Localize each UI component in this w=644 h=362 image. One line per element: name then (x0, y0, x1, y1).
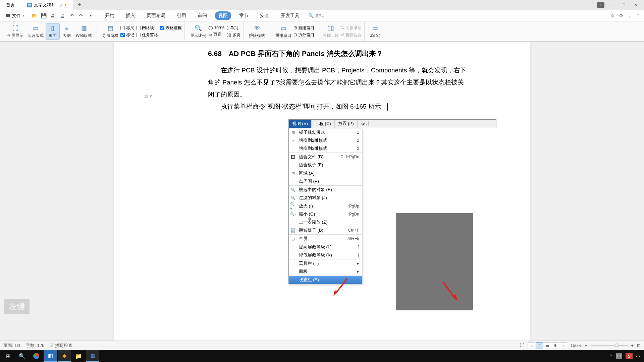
pct100-button[interactable]: ◯ 100% (208, 25, 224, 30)
fit-page-icon[interactable]: ⊡ (637, 343, 641, 348)
emb-item-icon (290, 252, 296, 258)
read-layout-button[interactable]: ▭阅读版式 (25, 23, 46, 39)
more-icon[interactable]: ⋮ (627, 13, 632, 19)
tab-home-label: 首页 (6, 2, 15, 8)
page-width-button[interactable]: ▭ 页宽 (208, 32, 224, 37)
gridlines-checkbox[interactable]: 网格线 (136, 25, 158, 31)
maximize-button[interactable]: ☐ (619, 2, 629, 8)
split-window-button[interactable]: ⊟ 拆分窗口 (293, 32, 314, 38)
emb-item-icon: 🔄 (290, 228, 296, 233)
document-area[interactable]: ▤ ▾ 6.68 AD PCB 界面右下角的 Panels 消失怎么调出来？ 在… (0, 42, 644, 341)
navpane-icon: ▤ (106, 24, 114, 32)
view-read-icon[interactable]: ▭ (528, 342, 535, 349)
search-button[interactable]: 🔍 (15, 350, 29, 362)
rearrange-button[interactable]: ▭重排窗口 (273, 23, 293, 39)
fullscreen-icon[interactable]: ⛶ (520, 343, 524, 348)
view-outline-icon[interactable]: ☰ (544, 342, 551, 349)
settings-icon[interactable]: ⚙ (619, 13, 623, 19)
ime-lang[interactable]: 中 (616, 353, 622, 359)
js-macro-button[interactable]: ▭JS 宏 (368, 23, 382, 39)
menu-tab-start[interactable]: 开始 (102, 11, 118, 20)
full-screen-button[interactable]: ⛶全屏显示 (5, 23, 25, 39)
explorer-icon[interactable]: 📁 (72, 350, 85, 362)
print-icon[interactable]: 🖶 (50, 13, 56, 19)
search-box[interactable]: 🔍 查找 (308, 13, 324, 19)
menu-tab-insert[interactable]: 插入 (122, 11, 139, 20)
notifications-icon[interactable]: ▭ (636, 354, 640, 359)
circle-icon: ◯ (208, 25, 213, 30)
taskbar: ⊞ 🔍 ◧ ◆ 📁 ▦ ⌃ 中 S ▭ (0, 350, 644, 362)
document-content[interactable]: 6.68 AD PCB 界面右下角的 Panels 消失怎么调出来？ 在进行 P… (208, 42, 470, 284)
page-info[interactable]: 页面: 1/1 (3, 343, 20, 349)
emb-menu-view: 视图 (V) (289, 120, 312, 128)
sbs-icon: ▯▯ (327, 24, 335, 32)
notification-badge[interactable]: 1 (597, 2, 604, 8)
open-icon[interactable]: 📂 (31, 13, 37, 19)
menu-tab-review[interactable]: 审阅 (194, 11, 210, 20)
ruler-checkbox[interactable]: 标尺 (120, 25, 134, 31)
zoom-value[interactable]: 150% (571, 343, 582, 348)
tray-chevron-icon[interactable]: ⌃ (609, 354, 613, 359)
emb-item-label: 面板 (299, 268, 354, 275)
spellcheck[interactable]: ☑ 拼写检查 (50, 343, 72, 349)
file-menu[interactable]: 文件 ▾ (3, 11, 27, 20)
emb-item-icon: 🔍- (290, 212, 296, 217)
menu-tab-security[interactable]: 安全 (257, 11, 273, 20)
zoom-button[interactable]: 🔍显示比例 (188, 23, 208, 39)
chrome-icon[interactable] (30, 350, 43, 362)
emb-item-shortcut: PgDn (349, 212, 359, 217)
zoom-slider[interactable] (591, 345, 628, 346)
eye-mode-button[interactable]: 👁护眼模式 (247, 23, 267, 39)
emb-menu-item: 面板▶ (289, 267, 362, 276)
paragraph-marker-icon[interactable]: ▤ ▾ (144, 94, 152, 99)
view-eye-icon[interactable]: ☼ (560, 342, 567, 349)
doc-icon: W (27, 3, 32, 7)
single-page-button[interactable]: ▯ 单页 (226, 25, 240, 31)
print-preview-icon[interactable]: 🖨 (59, 13, 65, 19)
start-button[interactable]: ⊞ (1, 350, 15, 362)
quick-access: 📂 💾 🖶 🖨 ↶ ↷ ▾ (31, 13, 94, 19)
menu-tab-view[interactable]: 视图 (215, 11, 231, 20)
emb-item-icon: 🔲 (290, 154, 296, 160)
taskpane-checkbox[interactable]: 任务窗格 (136, 32, 158, 38)
collapse-ribbon-icon[interactable]: ⌃ (636, 13, 641, 19)
close-button[interactable]: ✕ (631, 2, 641, 8)
emb-menu-item: 上一次缩放 (Z) (289, 218, 362, 226)
tab-split-icon[interactable]: ▢ (58, 3, 62, 7)
ime-sogou-icon[interactable]: S (626, 353, 633, 359)
emb-item-shortcut: PgUp (349, 204, 359, 208)
feedback-icon[interactable]: ☺ (610, 13, 615, 19)
tab-document[interactable]: W 文字文稿1 ▢ ● (21, 0, 73, 10)
emb-item-label: 区域 (A) (299, 170, 357, 176)
emb-menu-item: 状态栏 (S) (289, 276, 362, 284)
minimize-button[interactable]: — (606, 2, 616, 8)
view-web-icon[interactable]: ⊕ (552, 342, 559, 349)
undo-icon[interactable]: ↶ (69, 13, 75, 19)
zoom-out-button[interactable]: − (585, 343, 588, 348)
new-window-button[interactable]: ⊞ 新建窗口 (293, 25, 314, 31)
table-dash-checkbox[interactable]: 表格虚框 (160, 25, 182, 31)
web-view-button[interactable]: ▥Web版式 (74, 23, 94, 39)
emb-item-icon (290, 244, 296, 250)
menu-tab-layout[interactable]: 页面布局 (143, 11, 169, 20)
menu-tab-devtools[interactable]: 开发工具 (277, 11, 303, 20)
tab-home[interactable]: 首页 (0, 0, 21, 10)
emb-item-label: 翻转板子 (B) (299, 227, 345, 233)
multi-page-button[interactable]: ▯▯ 多页 (226, 32, 240, 38)
zoom-in-button[interactable]: + (631, 343, 634, 348)
tab-add-button[interactable]: + (73, 1, 86, 8)
chevron-down-icon[interactable]: ▾ (88, 13, 94, 19)
nav-pane-button[interactable]: ▤导航窗格 (100, 23, 120, 39)
markup-checkbox[interactable]: 标记 (120, 32, 134, 38)
view-page-icon[interactable]: ▯ (536, 342, 543, 349)
app-2-icon[interactable]: ◆ (58, 350, 71, 362)
save-icon[interactable]: 💾 (41, 13, 47, 19)
outline-button[interactable]: ≡大纲 (60, 23, 74, 39)
menu-tab-reference[interactable]: 引用 (173, 11, 190, 20)
app-1-icon[interactable]: ◧ (44, 350, 57, 362)
menu-tab-chapter[interactable]: 章节 (236, 11, 252, 20)
wps-icon[interactable]: ▦ (86, 350, 99, 362)
word-count[interactable]: 字数: 126 (26, 343, 44, 349)
page-view-button[interactable]: ▯页面 (46, 23, 60, 40)
redo-icon[interactable]: ↷ (78, 13, 84, 19)
